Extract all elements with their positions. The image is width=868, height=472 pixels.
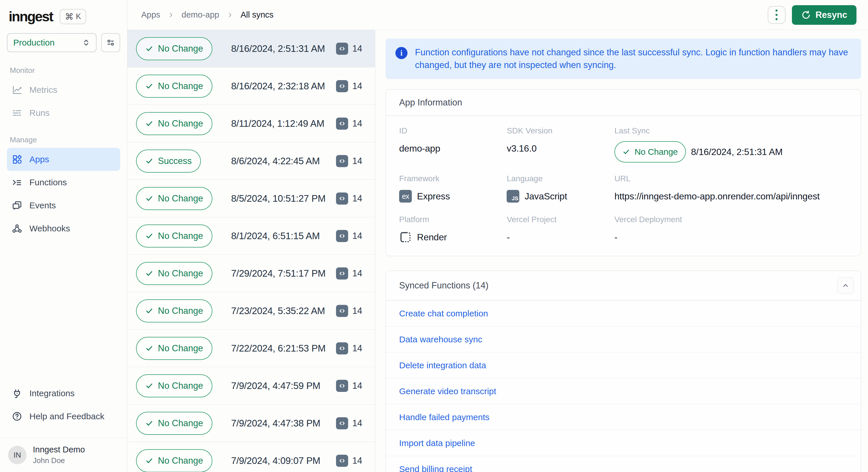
info-banner: i Function configurations have not chang… [385,39,861,79]
command-k-shortcut[interactable]: ⌘ K [60,9,86,24]
apps-grid-icon [11,154,23,165]
more-actions-button[interactable] [768,6,785,24]
sync-row[interactable]: No Change 7/29/2024, 7:51:17 PM 14 [127,255,375,292]
sync-timestamp: 7/9/2024, 4:09:07 PM [231,455,320,466]
user-menu[interactable]: IN Inngest Demo John Doe [0,438,127,472]
environment-select-value: Production [13,38,55,48]
sidebar-item-apps[interactable]: Apps [7,148,120,171]
sync-row[interactable]: No Change 7/23/2024, 5:35:22 AM 14 [127,292,375,329]
sync-status-badge-label: No Change [158,119,203,129]
sync-row[interactable]: No Change 8/16/2024, 2:32:18 AM 14 [127,67,375,105]
sync-function-count: 14 [352,81,362,91]
breadcrumb-apps[interactable]: Apps [141,10,160,20]
code-icon [336,43,348,55]
sync-detail-panel: i Function configurations have not chang… [375,30,868,472]
field-framework: Framework ex Express [399,174,507,203]
kebab-dot [775,14,777,16]
sync-row[interactable]: No Change 8/1/2024, 6:51:15 AM 14 [127,217,375,255]
sync-status-badge: No Change [136,262,212,285]
sync-timestamp: 7/22/2024, 6:21:53 PM [231,343,326,354]
sync-function-count: 14 [352,268,362,279]
sync-status-badge: Success [136,150,201,172]
sync-count-group: 14 [336,192,362,204]
sidebar-item-metrics[interactable]: Metrics [7,78,120,101]
breadcrumb: Apps demo-app All syncs [141,10,274,20]
field-label: URL [614,174,847,183]
sync-row[interactable]: No Change 7/9/2024, 4:47:38 PM 14 [127,405,375,442]
field-platform: Platform Render [399,215,507,244]
sync-timestamp: 8/5/2024, 10:51:27 PM [231,193,326,204]
synced-function-row: Import data pipeline [386,430,861,456]
check-icon [145,45,153,53]
sync-row[interactable]: No Change 8/5/2024, 10:51:27 PM 14 [127,180,375,217]
sync-function-count: 14 [352,455,362,466]
sidebar-nav: Monitor Metrics Runs Manage [0,55,127,240]
plug-icon [11,388,23,399]
sync-status-badge-label: No Change [158,268,203,279]
sync-status-badge: No Change [136,337,212,360]
field-value: demo-app [399,141,507,156]
environment-settings-button[interactable] [101,33,120,52]
check-icon [145,82,153,90]
sync-row[interactable]: No Change 7/22/2024, 6:21:53 PM 14 [127,329,375,367]
sync-row[interactable]: No Change 8/11/2024, 1:12:49 AM 14 [127,105,375,143]
sidebar-item-label: Help and Feedback [29,411,104,421]
sync-row[interactable]: No Change 7/9/2024, 4:09:07 PM 14 [127,442,375,472]
runs-list-icon [11,107,23,119]
field-label: Platform [399,215,507,224]
sync-timestamp: 7/9/2024, 4:47:59 PM [231,380,320,391]
synced-function-link[interactable]: Create chat completion [399,309,488,318]
sync-timestamp: 7/29/2024, 7:51:17 PM [231,268,326,279]
synced-function-link[interactable]: Generate video transcript [399,386,496,396]
express-icon: ex [399,190,412,202]
main-area: Apps demo-app All syncs Resy [127,0,868,472]
check-icon [145,307,153,315]
synced-function-link[interactable]: Import data pipeline [399,438,475,448]
sync-row[interactable]: Success 8/6/2024, 4:22:45 AM 14 [127,143,375,180]
sync-count-group: 14 [336,155,362,167]
code-icon [336,455,348,467]
sync-row[interactable]: No Change 8/16/2024, 2:51:31 AM 14 [127,30,375,67]
sync-count-group: 14 [336,380,362,392]
synced-function-link[interactable]: Handle failed payments [399,412,490,422]
sidebar-item-label: Metrics [29,85,57,95]
topbar: Apps demo-app All syncs Resy [127,0,868,30]
synced-function-link[interactable]: Send billing receipt [399,464,472,472]
sync-status-badge: No Change [136,187,212,210]
sync-function-count: 14 [352,306,362,316]
breadcrumb-all-syncs: All syncs [241,10,274,20]
sync-row[interactable]: No Change 7/9/2024, 4:47:59 PM 14 [127,367,375,405]
check-icon [145,344,153,352]
synced-function-link[interactable]: Delete integration data [399,360,486,370]
sync-timestamp: 8/16/2024, 2:32:18 AM [231,81,325,92]
code-icon [336,118,348,130]
synced-function-row: Create chat completion [386,301,861,326]
sidebar-item-runs[interactable]: Runs [7,101,120,124]
sidebar-item-label: Runs [29,108,50,118]
sync-status-badge: No Change [136,300,212,322]
sidebar-item-events[interactable]: Events [7,194,120,217]
field-value: JavaScript [525,191,567,202]
breadcrumb-demo-app[interactable]: demo-app [182,10,219,20]
metrics-chart-icon [11,85,23,95]
sync-function-count: 14 [352,43,362,54]
code-icon [336,342,348,354]
environment-select[interactable]: Production [7,33,97,52]
field-last-sync: Last Sync No Change 8/16/2024, 2:51:31 A… [614,126,847,162]
code-icon [336,305,348,317]
events-stack-icon [11,200,23,211]
sync-status-badge-label: Success [158,156,192,166]
sidebar-item-functions[interactable]: Functions [7,171,120,194]
synced-functions-title: Synced Functions (14) [399,280,489,291]
synced-function-row: Data warehouse sync [386,326,861,352]
synced-function-link[interactable]: Data warehouse sync [399,335,483,344]
sync-count-group: 14 [336,268,362,280]
last-sync-status-badge: No Change [614,141,686,162]
collapse-button[interactable] [837,277,854,294]
sidebar-item-webhooks[interactable]: Webhooks [7,217,120,240]
sidebar-item-help-feedback[interactable]: Help and Feedback [7,405,120,428]
code-icon [336,155,348,167]
resync-button[interactable]: Resync [792,5,857,25]
sync-status-badge: No Change [136,449,212,472]
sidebar-item-integrations[interactable]: Integrations [7,382,120,405]
